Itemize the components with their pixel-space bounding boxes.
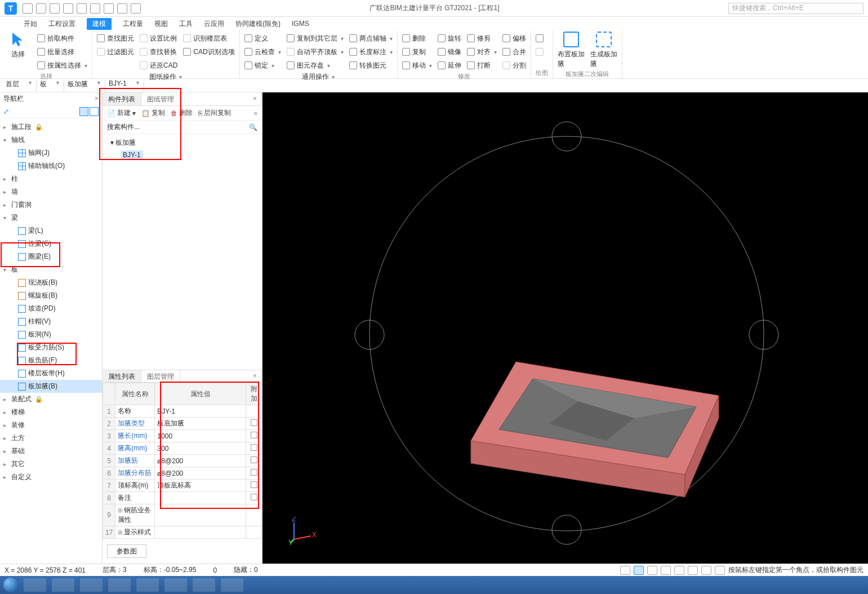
nav-group[interactable]: ▸柱 — [0, 172, 102, 185]
property-row[interactable]: 4腋高(mm)300 — [103, 442, 262, 455]
taskbar-item[interactable] — [221, 578, 243, 592]
menu-tools[interactable]: 工具 — [179, 19, 193, 29]
component-item[interactable]: BJY-1 — [103, 149, 262, 161]
qat-btn4-icon[interactable] — [63, 3, 73, 14]
nav-item[interactable]: 螺旋板(B) — [0, 289, 102, 302]
copy-button[interactable]: 复制 — [402, 46, 432, 57]
nav-item[interactable]: 柱帽(V) — [0, 315, 102, 328]
property-row[interactable]: 1名称BJY-1 — [103, 405, 262, 418]
define-button[interactable]: 定义 — [244, 33, 281, 44]
status-tool-8[interactable] — [715, 566, 725, 575]
component-search-input[interactable]: 搜索构件...🔍 — [103, 121, 262, 134]
generate-haunch-button[interactable]: 生成板加腋 — [590, 32, 617, 69]
property-row[interactable]: 2加腋类型板底加腋 — [103, 418, 262, 430]
nav-group[interactable]: ▸基础 — [0, 445, 102, 458]
menu-project-settings[interactable]: 工程设置 — [48, 19, 75, 29]
nav-group[interactable]: ▸楼梯 — [0, 406, 102, 419]
qat-btn9-icon[interactable] — [131, 3, 141, 14]
property-row[interactable]: 9⊞钢筋业务属性 — [103, 504, 262, 526]
find-element-button[interactable]: 查找图元 — [97, 33, 134, 44]
menu-igms[interactable]: IGMS — [292, 20, 309, 28]
tab-layer-manage[interactable]: 图层管理 — [141, 370, 180, 382]
nav-group[interactable]: ▸施工段🔒 — [0, 121, 102, 134]
copy-to-other-floor-button[interactable]: 复制到其它层▾ — [287, 33, 344, 44]
nav-group[interactable]: ▾梁 — [0, 211, 102, 224]
tab-property-list[interactable]: 属性列表 — [103, 370, 141, 382]
nav-item[interactable]: 板洞(N) — [0, 328, 102, 341]
batch-select-button[interactable]: 批量选择 — [37, 46, 87, 57]
qat-undo-icon[interactable] — [36, 3, 46, 14]
component-group[interactable]: ▾ 板加腋 — [103, 136, 262, 149]
nav-group[interactable]: ▸门窗洞 — [0, 198, 102, 211]
nav-group[interactable]: ▾板 — [0, 263, 102, 276]
property-row[interactable]: 5加腋筋⌀8@200 — [103, 455, 262, 467]
taskbar-item[interactable] — [193, 578, 215, 592]
two-point-aux-axis-button[interactable]: 两点辅轴▾ — [349, 33, 393, 44]
nav-group[interactable]: ▸装配式🔒 — [0, 393, 102, 406]
nav-item[interactable]: 梁(L) — [0, 224, 102, 237]
property-row[interactable]: 7顶标高(m)顶板底标高 — [103, 480, 262, 492]
place-haunch-button[interactable]: 布置板加腋 — [558, 32, 585, 69]
pick-component-button[interactable]: 拾取构件 — [37, 33, 87, 44]
interfloor-copy-button[interactable]: ⎘层间复制 — [198, 108, 231, 118]
qat-btn5-icon[interactable] — [77, 3, 87, 14]
nav-group[interactable]: ▾轴线 — [0, 134, 102, 147]
nav-item[interactable]: 楼层板带(H) — [0, 367, 102, 380]
tab-component-list[interactable]: 构件列表 — [103, 92, 141, 105]
status-tool-2[interactable] — [634, 566, 644, 575]
select-by-property-button[interactable]: 按属性选择▾ — [37, 60, 87, 71]
shortcut-search-input[interactable]: 快捷键搜索，Ctrl+Alt+E — [728, 3, 863, 14]
component-panel-close-icon[interactable]: × — [248, 92, 262, 105]
property-row[interactable]: 3腋长(mm)1000 — [103, 430, 262, 442]
viewport-3d[interactable]: X Y Z — [262, 92, 868, 564]
delete-button[interactable]: 删除 — [402, 33, 432, 44]
nav-group[interactable]: ▸自定义 — [0, 471, 102, 484]
property-row[interactable]: 8备注 — [103, 492, 262, 504]
select-button[interactable]: 选择 — [5, 32, 32, 59]
qat-redo-icon[interactable] — [50, 3, 60, 14]
nav-group[interactable]: ▸墙 — [0, 185, 102, 198]
qat-save-icon[interactable] — [23, 3, 33, 14]
floor-select[interactable]: 首层 — [2, 79, 37, 92]
element-save-button[interactable]: 图元存盘▾ — [287, 60, 344, 71]
qat-btn7-icon[interactable] — [104, 3, 114, 14]
status-tool-4[interactable] — [661, 566, 671, 575]
nav-item[interactable]: 现浇板(B) — [0, 276, 102, 289]
component-select[interactable]: BJY-1 — [105, 79, 144, 92]
tab-drawing-manage[interactable]: 图纸管理 — [141, 92, 180, 105]
taskbar-item[interactable] — [80, 578, 103, 592]
lock-button[interactable]: 锁定▾ — [244, 60, 281, 71]
cad-identify-options-button[interactable]: CAD识别选项 — [183, 46, 234, 57]
mirror-button[interactable]: 镜像 — [438, 46, 461, 57]
status-tool-7[interactable] — [701, 566, 711, 575]
taskbar-item[interactable] — [24, 578, 46, 592]
nav-detail-view-icon[interactable] — [90, 107, 99, 116]
nav-group[interactable]: ▸土方 — [0, 432, 102, 445]
nav-item[interactable]: 辅助轴线(O) — [0, 159, 102, 172]
nav-item[interactable]: 板受力筋(S) — [0, 341, 102, 354]
nav-item[interactable]: 圈梁(E) — [0, 250, 102, 263]
trim-button[interactable]: 修剪 — [467, 33, 497, 44]
delete-component-button[interactable]: 🗑删除 — [171, 108, 193, 118]
break-button[interactable]: 打断 — [467, 60, 497, 71]
offset-button[interactable]: 偏移 — [502, 33, 526, 44]
property-panel-close-icon[interactable]: × — [248, 370, 262, 382]
menu-view[interactable]: 视图 — [154, 19, 168, 29]
nav-item[interactable]: 轴网(J) — [0, 147, 102, 159]
qat-btn8-icon[interactable] — [117, 3, 127, 14]
start-orb-icon[interactable] — [3, 578, 18, 592]
menu-quantity[interactable]: 工程量 — [123, 19, 143, 29]
nav-group[interactable]: ▸其它 — [0, 458, 102, 471]
nav-item[interactable]: 坡道(PD) — [0, 302, 102, 315]
nav-item[interactable]: 板负筋(F) — [0, 354, 102, 367]
param-diagram-button[interactable]: 参数图 — [107, 544, 146, 558]
extend-button[interactable]: 延伸 — [438, 60, 461, 71]
status-tool-1[interactable] — [620, 566, 630, 575]
align-button[interactable]: 对齐▾ — [467, 46, 497, 57]
status-tool-6[interactable] — [688, 566, 698, 575]
move-button[interactable]: 移动▾ — [402, 60, 432, 71]
nav-group[interactable]: ▸装修 — [0, 419, 102, 432]
draw-point-button[interactable] — [536, 33, 544, 44]
menu-start[interactable]: 开始 — [24, 19, 37, 29]
status-tool-5[interactable] — [674, 566, 684, 575]
